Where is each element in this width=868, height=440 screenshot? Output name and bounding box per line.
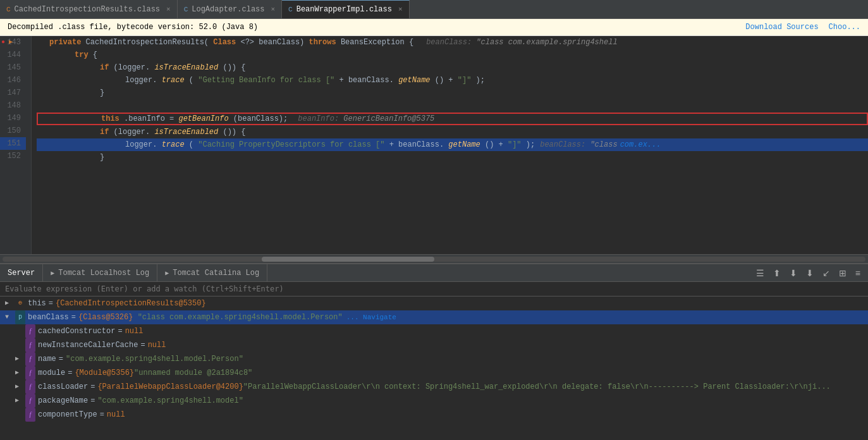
code-scroll: ● ▶ 143 144 145 146 147 148 149 150 151 … [0,36,868,254]
debug-tab-tomcat-catalina[interactable]: ▶ Tomcat Catalina Log [157,264,267,281]
var-name-cachedConstructor: cachedConstructor [38,324,115,338]
debug-tab-tomcat-localhost[interactable]: ▶ Tomcat Localhost Log [43,264,157,281]
tab-close-bean[interactable]: × [398,6,403,13]
tab-label-bean: BeanWrapperImpl.class [296,5,392,14]
var-ref-module: {Module@5356} [75,366,134,380]
choose-link[interactable]: Choo... [829,23,860,32]
line-148: 148 [0,99,26,112]
toolbar-list-btn[interactable]: ≡ [853,267,863,279]
code-line-151: logger. trace ( "Caching PropertyDescrip… [37,138,868,151]
expand-packageName: ▶ [15,394,23,408]
debug-tab-server[interactable]: Server [0,264,43,281]
code-line-148 [37,99,868,112]
tab-label-log: LogAdapter.class [192,5,264,14]
toolbar-step-into-btn[interactable]: ⬇ [804,267,816,279]
line-147: 147 [0,87,26,99]
tab-label-cached: CachedIntrospectionResults.class [15,5,160,14]
var-str-module: "unnamed module @2a1894c8" [134,366,252,380]
var-row-newInstanceCallerCache[interactable]: f newInstanceCallerCache = null [0,338,868,352]
toolbar-menu-btn[interactable]: ☰ [754,267,767,279]
line-numbers: ● ▶ 143 144 145 146 147 148 149 150 151 … [0,36,32,254]
debugger-panel: Server ▶ Tomcat Localhost Log ▶ Tomcat C… [0,263,868,440]
line-143: ● ▶ 143 [0,36,26,49]
tab-bean[interactable]: C BeanWrapperImpl.class × [282,0,409,18]
var-val-this: {CachedIntrospectionResults@5350} [56,296,206,310]
tab-close-cached[interactable]: × [166,6,171,13]
var-row-name[interactable]: ▶ f name = "com.example.spring4shell.mod… [0,352,868,366]
toolbar-step-over-btn[interactable]: ⬇ [787,267,800,279]
var-row-cachedConstructor[interactable]: f cachedConstructor = null [0,324,868,338]
icon-beanClass: p [15,310,25,324]
var-name-componentType: componentType [38,408,97,422]
var-name-module: module [38,366,65,380]
var-val-newInstanceCallerCache: null [148,338,166,352]
download-sources-link[interactable]: Download Sources [745,23,818,32]
arrow-icon-143: ▶ [9,36,13,49]
scrollbar-track[interactable] [3,257,865,262]
expand-beanClass: ▼ [5,310,13,324]
line-144: 144 [0,49,26,61]
icon-name: f [25,352,35,366]
evaluate-input[interactable] [0,282,868,296]
line-146: 146 [0,74,26,87]
tab-cached[interactable]: C CachedIntrospectionResults.class × [0,0,178,18]
var-val-cachedConstructor: null [125,324,144,338]
info-bar-text: Decompiled .class file, bytecode version… [8,23,258,32]
debugger-vars: ▶ ⊕ this = {CachedIntrospectionResults@5… [0,296,868,440]
line-145: 145 [0,61,26,74]
toolbar-restore-btn[interactable]: ⬆ [771,267,783,279]
var-row-this[interactable]: ▶ ⊕ this = {CachedIntrospectionResults@5… [0,296,868,310]
code-line-147: } [37,87,868,99]
var-row-classLoader[interactable]: ▶ f classLoader = {ParallelWebappClassLo… [0,380,868,394]
expand-componentType [15,408,23,422]
var-name-beanClass: beanClass [28,310,69,324]
code-line-146: logger. trace ( "Getting BeanInfo for cl… [37,74,868,87]
icon-module: f [25,366,35,380]
debugger-tabs: Server ▶ Tomcat Localhost Log ▶ Tomcat C… [0,264,868,282]
var-row-packageName[interactable]: ▶ f packageName = "com.example.spring4sh… [0,394,868,408]
icon-newInstanceCallerCache: f [25,338,35,352]
code-line-144: try { [37,49,868,61]
var-name-newInstanceCallerCache: newInstanceCallerCache [38,338,138,352]
var-row-module[interactable]: ▶ f module = {Module@5356} "unnamed modu… [0,366,868,380]
line-151: 151 [0,137,26,150]
code-line-150: if (logger. isTraceEnabled ()) { [37,126,868,138]
icon-packageName: f [25,394,35,408]
tomcat-icon-2: ▶ [165,269,169,277]
tab-close-log[interactable]: × [271,6,275,13]
line-152: 152 [0,150,26,162]
var-str-beanClass: "class com.example.spring4shell.model.Pe… [133,310,342,324]
var-val-componentType: null [107,408,125,422]
var-name-packageName: packageName [38,394,88,408]
expand-name: ▶ [15,352,23,366]
code-content: private CachedIntrospectionResults( Clas… [32,36,868,254]
code-area: ● ▶ 143 144 145 146 147 148 149 150 151 … [0,36,868,263]
var-row-componentType[interactable]: f componentType = null [0,408,868,422]
tab-log[interactable]: C LogAdapter.class × [178,0,282,18]
icon-cachedConstructor: f [25,324,35,338]
var-ref-beanClass: {Class@5326} [78,310,133,324]
expand-cachedConstructor [15,324,23,338]
line-150: 150 [0,125,26,137]
code-line-143: private CachedIntrospectionResults( Clas… [37,36,868,49]
tab-icon-log: C [184,6,188,13]
icon-componentType: f [25,408,35,422]
var-row-beanClass[interactable]: ▼ p beanClass = {Class@5326} "class com.… [0,310,868,324]
info-bar: Decompiled .class file, bytecode version… [0,19,868,36]
var-name-name: name [38,352,56,366]
tab-bar: C CachedIntrospectionResults.class × C L… [0,0,868,19]
expand-this: ▶ [5,296,13,310]
breakpoint-icon-143: ● [1,36,5,49]
info-bar-links: Download Sources Choo... [745,23,860,32]
toolbar-table-btn[interactable]: ⊞ [836,267,849,279]
scrollbar-thumb[interactable] [262,257,434,262]
navigate-beanClass[interactable]: ... Navigate [346,310,396,324]
debugger-toolbar-icons: ☰ ⬆ ⬇ ⬇ ↙ ⊞ ≡ [749,264,868,281]
horizontal-scrollbar[interactable] [0,254,868,263]
debug-tab-tomcat-localhost-label: Tomcat Localhost Log [58,269,149,278]
var-name-classLoader: classLoader [38,380,88,394]
tab-icon-cached: C [6,6,11,13]
code-line-145: if (logger. isTraceEnabled ()) { [37,61,868,74]
line-149: 149 [0,112,26,125]
toolbar-run-btn[interactable]: ↙ [820,267,833,279]
